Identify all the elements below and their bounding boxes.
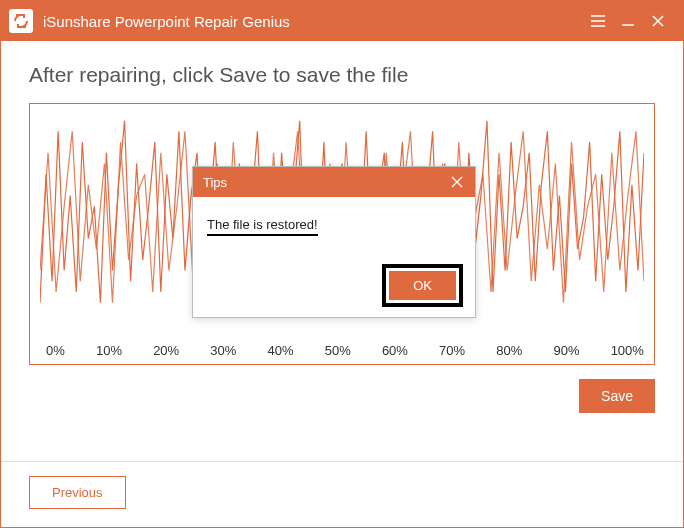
dialog-titlebar: Tips [193, 167, 475, 197]
dialog-message: The file is restored! [207, 217, 318, 236]
dialog-title-text: Tips [203, 175, 445, 190]
title-bar: iSunshare Powerpoint Repair Genius [1, 1, 683, 41]
tick-label: 60% [382, 343, 408, 358]
x-axis-labels: 0% 10% 20% 30% 40% 50% 60% 70% 80% 90% 1… [46, 343, 644, 358]
close-button[interactable] [643, 1, 673, 41]
tick-label: 30% [210, 343, 236, 358]
menu-button[interactable] [583, 1, 613, 41]
tick-label: 0% [46, 343, 65, 358]
save-button[interactable]: Save [579, 379, 655, 413]
ok-button[interactable]: OK [389, 271, 456, 300]
action-bar: Save [29, 365, 655, 413]
dialog-close-button[interactable] [445, 170, 469, 194]
tick-label: 40% [268, 343, 294, 358]
tick-label: 80% [496, 343, 522, 358]
tick-label: 100% [611, 343, 644, 358]
dialog-body: The file is restored! OK [193, 197, 475, 317]
previous-button[interactable]: Previous [29, 476, 126, 509]
app-title: iSunshare Powerpoint Repair Genius [43, 13, 583, 30]
tick-label: 10% [96, 343, 122, 358]
app-logo-icon [9, 9, 33, 33]
tick-label: 50% [325, 343, 351, 358]
footer: Previous [1, 461, 683, 527]
tick-label: 90% [553, 343, 579, 358]
tips-dialog: Tips The file is restored! OK [192, 166, 476, 318]
ok-highlight: OK [382, 264, 463, 307]
minimize-button[interactable] [613, 1, 643, 41]
page-heading: After repairing, click Save to save the … [29, 63, 655, 87]
tick-label: 20% [153, 343, 179, 358]
tick-label: 70% [439, 343, 465, 358]
